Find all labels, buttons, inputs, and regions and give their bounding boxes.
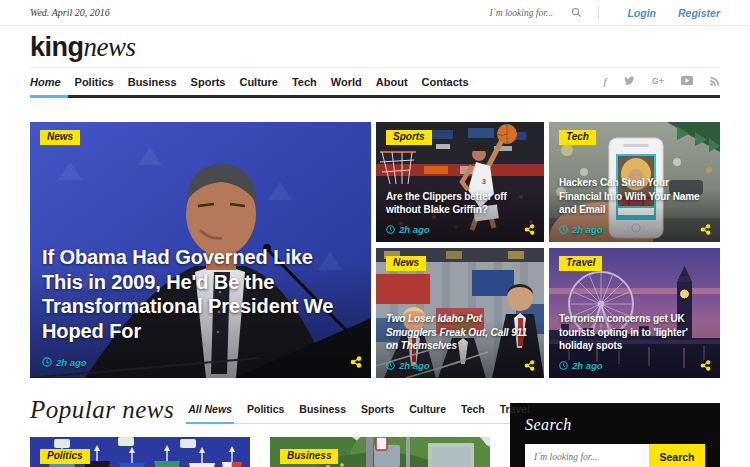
search-widget: Search Search — [510, 403, 720, 467]
section-title: Popular news — [30, 396, 174, 424]
nav-item-sports[interactable]: Sports — [191, 76, 226, 88]
article-time: 2h ago — [56, 357, 87, 368]
popular-tabs: All News Politics Business Sports Cultur… — [188, 403, 530, 424]
article-time: 2h ago — [399, 224, 430, 235]
featured-grid: 3 Sports Are the Clippers better off wit… — [376, 122, 720, 378]
tab-culture[interactable]: Culture — [409, 403, 446, 415]
article-title: Are the Clippers better off without Blak… — [386, 190, 530, 216]
clock-icon — [42, 357, 52, 367]
category-badge[interactable]: Business — [280, 449, 338, 464]
sidebar-search-button[interactable]: Search — [649, 444, 705, 467]
tab-business[interactable]: Business — [299, 403, 346, 415]
clock-icon — [559, 361, 568, 370]
article-card-tech[interactable]: Tech Hackers Can Steal Your Financial In… — [549, 122, 720, 242]
share-icon[interactable] — [700, 224, 711, 235]
article-card-sports[interactable]: 3 Sports Are the Clippers better off wit… — [376, 122, 544, 242]
site-header: kingnews — [0, 26, 750, 65]
nav-item-tech[interactable]: Tech — [292, 76, 317, 88]
google-plus-icon[interactable]: G+ — [652, 77, 664, 86]
tab-travel[interactable]: Travel — [500, 403, 530, 415]
nav-item-about[interactable]: About — [376, 76, 408, 88]
category-badge[interactable]: Tech — [559, 130, 596, 145]
youtube-icon[interactable] — [681, 76, 693, 87]
nav-item-world[interactable]: World — [331, 76, 362, 88]
nav-item-business[interactable]: Business — [128, 76, 177, 88]
clock-icon — [386, 225, 395, 234]
article-meta: 2h ago — [386, 224, 535, 235]
article-title: Two Loser Idaho Pot Smugglers Freak Out,… — [386, 312, 530, 352]
tab-sports[interactable]: Sports — [361, 403, 394, 415]
logo-italic-part: news — [84, 32, 136, 62]
article-card-news[interactable]: News Two Loser Idaho Pot Smugglers Freak… — [376, 248, 544, 378]
article-time: 2h ago — [399, 360, 430, 371]
sidebar-search-input[interactable] — [525, 444, 649, 467]
share-icon[interactable] — [350, 356, 362, 368]
twitter-icon[interactable] — [624, 76, 635, 88]
popular-card-politics[interactable]: Politics — [30, 437, 250, 467]
category-badge[interactable]: Sports — [386, 130, 432, 145]
facebook-icon[interactable]: f — [603, 77, 606, 87]
nav-active-indicator — [30, 95, 68, 98]
article-card-travel[interactable]: Travel Terrorism concerns get UK tourist… — [549, 248, 720, 378]
search-icon[interactable] — [571, 7, 582, 18]
current-date: Wed. April 20, 2016 — [30, 7, 110, 18]
topbar-search-input[interactable] — [489, 8, 567, 18]
article-meta: 2h ago — [559, 360, 711, 371]
site-logo[interactable]: kingnews — [30, 34, 136, 61]
article-meta: 2h ago — [42, 356, 362, 368]
popular-news-header: Popular news All News Politics Business … — [30, 396, 490, 424]
category-badge[interactable]: Politics — [40, 449, 90, 464]
nav-item-contacts[interactable]: Contacts — [422, 76, 469, 88]
rss-icon[interactable] — [710, 76, 720, 88]
share-icon[interactable] — [700, 360, 711, 371]
category-badge[interactable]: News — [40, 130, 80, 145]
share-icon[interactable] — [524, 224, 535, 235]
login-link[interactable]: Login — [627, 7, 656, 19]
featured-section: News If Obama Had Governed Like This in … — [30, 122, 720, 378]
category-badge[interactable]: News — [386, 256, 426, 271]
main-nav: Home Politics Business Sports Culture Te… — [30, 67, 720, 98]
lower-section: Popular news All News Politics Business … — [30, 396, 720, 467]
tab-tech[interactable]: Tech — [461, 403, 485, 415]
topbar-search — [489, 7, 582, 18]
nav-items: Home Politics Business Sports Culture Te… — [30, 76, 469, 88]
article-title: If Obama Had Governed Like This in 2009,… — [42, 245, 344, 344]
share-icon[interactable] — [524, 360, 535, 371]
article-meta: 2h ago — [559, 224, 711, 235]
clock-icon — [386, 361, 395, 370]
category-badge[interactable]: Travel — [559, 256, 602, 271]
article-meta: 2h ago — [386, 360, 535, 371]
tab-politics[interactable]: Politics — [247, 403, 284, 415]
nav-underline — [30, 95, 720, 98]
article-time: 2h ago — [572, 360, 603, 371]
topbar-right: Login Register — [489, 6, 720, 19]
register-link[interactable]: Register — [678, 7, 720, 19]
nav-item-politics[interactable]: Politics — [75, 76, 114, 88]
search-widget-title: Search — [525, 416, 705, 434]
article-title: Terrorism concerns get UK tourists optin… — [559, 312, 706, 352]
featured-main-article[interactable]: News If Obama Had Governed Like This in … — [30, 122, 371, 378]
logo-bold-part: king — [30, 32, 84, 62]
nav-item-home[interactable]: Home — [30, 76, 61, 88]
divider — [598, 6, 599, 19]
clock-icon — [559, 225, 568, 234]
social-links: f G+ — [603, 76, 720, 88]
tab-all-news[interactable]: All News — [188, 403, 232, 415]
article-title: Hackers Can Steal Your Financial Info Wi… — [559, 176, 706, 216]
popular-card-business[interactable]: Business — [270, 437, 490, 467]
article-time: 2h ago — [572, 224, 603, 235]
nav-item-culture[interactable]: Culture — [239, 76, 278, 88]
popular-cards: Politics — [30, 437, 490, 467]
topbar: Wed. April 20, 2016 Login Register — [0, 0, 750, 26]
